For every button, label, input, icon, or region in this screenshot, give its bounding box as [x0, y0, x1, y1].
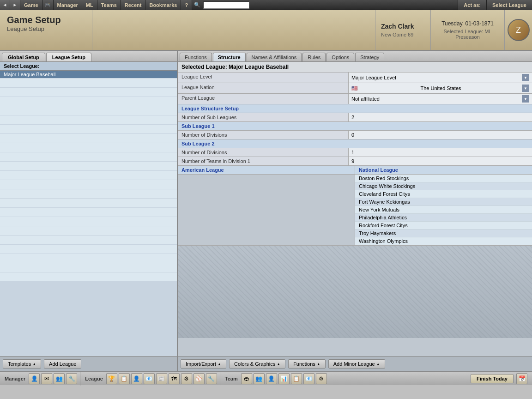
league-nation-value[interactable]: 🇺🇸 The United States ▼ — [349, 83, 532, 93]
app-subtitle: League Setup — [7, 25, 85, 32]
league-icon-4[interactable]: 📧 — [144, 373, 155, 384]
team-item[interactable]: Washington Olympics — [355, 237, 532, 245]
parent-league-arrow-icon[interactable]: ▼ — [522, 95, 529, 103]
league-level-row: League Level Major League Level ▼ — [178, 73, 532, 83]
sub2-teams-row: Number of Teams in Division 1 9 — [178, 157, 532, 166]
teams-menu[interactable]: Teams — [97, 0, 121, 10]
league-nation-row: League Nation 🇺🇸 The United States ▼ — [178, 83, 532, 94]
team-icon-5[interactable]: 📋 — [291, 373, 302, 384]
preseason-label: Preseason — [436, 34, 499, 40]
league-icon-2[interactable]: 📋 — [119, 373, 130, 384]
manager-icon-3[interactable]: 👥 — [54, 373, 65, 384]
league-structure-header: League Structure Setup — [178, 104, 532, 113]
tab-structure[interactable]: Structure — [213, 53, 246, 61]
background-image — [178, 246, 532, 338]
tab-strategy[interactable]: Strategy — [355, 53, 384, 61]
team-item[interactable]: Boston Red Stockings — [355, 175, 532, 182]
tab-names-affiliations[interactable]: Names & Affiliations — [247, 53, 302, 61]
tab-league-setup[interactable]: League Setup — [46, 53, 91, 61]
import-export-button[interactable]: Import/Export ▲ — [181, 359, 226, 369]
finish-today-button[interactable]: Finish Today — [471, 374, 514, 383]
prev-button[interactable]: ◄ — [0, 0, 10, 10]
league-icon-1[interactable]: 🏆 — [106, 373, 117, 384]
select-league-label: Select League: — [0, 62, 177, 71]
bookmarks-menu[interactable]: Bookmarks — [145, 0, 181, 10]
tab-global-setup[interactable]: Global Setup — [2, 53, 45, 61]
tab-rules[interactable]: Rules — [302, 53, 326, 61]
search-input[interactable] — [203, 1, 249, 9]
empty-row — [0, 189, 177, 199]
league-label: League — [83, 376, 105, 381]
empty-row — [0, 152, 177, 162]
functions-arrow-icon: ▲ — [317, 362, 320, 366]
team-item[interactable]: New York Mutuals — [355, 206, 532, 214]
templates-button[interactable]: Templates ▲ — [3, 359, 41, 369]
manager-menu[interactable]: Manager — [54, 0, 82, 10]
team-icon-4[interactable]: 📊 — [278, 373, 290, 384]
tab-functions[interactable]: Functions — [180, 53, 212, 61]
templates-arrow-icon: ▲ — [32, 362, 36, 366]
game-menu[interactable]: Game — [20, 0, 42, 10]
import-export-arrow-icon: ▲ — [218, 362, 221, 366]
empty-row — [0, 180, 177, 189]
parent-league-text: Not affiliated — [351, 96, 380, 102]
sub-leagues-label: Number of Sub Leagues — [178, 113, 349, 121]
league-item-mlb[interactable]: Major League Baseball — [0, 71, 177, 79]
game-name: New Game 69 — [381, 32, 425, 37]
selected-league-header: Selected League: Major League Baseball — [178, 62, 532, 73]
functions-button[interactable]: Functions ▲ — [288, 359, 326, 369]
league-icon-5[interactable]: 📰 — [156, 373, 167, 384]
header-right: Zach Clark New Game 69 Tuesday, 01-03-18… — [375, 10, 532, 50]
team-icon-2[interactable]: 👥 — [254, 373, 265, 384]
league-nation-text: The United States — [420, 85, 461, 91]
manager-icon-4[interactable]: 🔧 — [66, 373, 77, 384]
team-icon-1[interactable]: 🏟 — [241, 373, 252, 384]
team-icon-3[interactable]: 👤 — [266, 373, 277, 384]
finish-calendar-icon[interactable]: 📅 — [516, 373, 527, 384]
empty-row — [0, 272, 177, 282]
league-icon-9[interactable]: 🔧 — [206, 373, 217, 384]
help-button[interactable]: ? — [181, 0, 192, 10]
team-item[interactable]: Chicago White Stockings — [355, 182, 532, 190]
colors-graphics-arrow-icon: ▲ — [277, 362, 280, 366]
manager-icon-2[interactable]: ✉ — [41, 373, 52, 384]
team-label: Team — [223, 376, 240, 381]
team-item[interactable]: Fort Wayne Kekiongas — [355, 198, 532, 206]
league-nation-arrow-icon[interactable]: ▼ — [522, 85, 529, 92]
next-button[interactable]: ► — [10, 0, 20, 10]
empty-row — [0, 208, 177, 217]
team-item[interactable]: Troy Haymakers — [355, 230, 532, 237]
team-item[interactable]: Rockford Forest Citys — [355, 222, 532, 230]
sub-league-1-header: Sub League 1 — [178, 122, 532, 131]
league-icon-7[interactable]: ⚙ — [181, 373, 192, 384]
league-icon-3[interactable]: 👤 — [131, 373, 142, 384]
league-icon-6[interactable]: 🗺 — [169, 373, 180, 384]
team-item[interactable]: Philadelphia Athletics — [355, 214, 532, 222]
select-league-button[interactable]: Select League — [486, 0, 532, 10]
league-nation-dropdown[interactable]: 🇺🇸 The United States ▼ — [351, 85, 529, 92]
league-level-arrow-icon[interactable]: ▼ — [522, 74, 529, 81]
league-name: Selected League: ML — [436, 29, 499, 34]
team-item[interactable]: Cleveland Forest Citys — [355, 190, 532, 198]
league-level-text: Major League Level — [351, 75, 396, 80]
team-icon-7[interactable]: ⚙ — [316, 373, 327, 384]
recent-menu[interactable]: Recent — [121, 0, 146, 10]
team-icon-6[interactable]: 📧 — [303, 373, 314, 384]
league-level-value[interactable]: Major League Level ▼ — [349, 73, 532, 83]
american-league-column: American League — [178, 166, 355, 245]
tab-options[interactable]: Options — [326, 53, 354, 61]
parent-league-dropdown[interactable]: Not affiliated ▼ — [351, 95, 529, 103]
league-icon-8[interactable]: ⚾ — [193, 373, 205, 384]
add-league-button[interactable]: Add League — [44, 359, 81, 369]
parent-league-value[interactable]: Not affiliated ▼ — [349, 94, 532, 104]
league-list: Select League: Major League Baseball — [0, 62, 177, 356]
add-minor-league-button[interactable]: Add Minor League ▲ — [328, 359, 385, 369]
colors-graphics-button[interactable]: Colors & Graphics ▲ — [229, 359, 285, 369]
sub2-divisions-row: Number of Divisions 1 — [178, 148, 532, 157]
sub1-divisions-label: Number of Divisions — [178, 131, 349, 139]
top-navigation: ◄ ► Game 🎮 Manager ML Teams Recent Bookm… — [0, 0, 532, 10]
league-level-dropdown[interactable]: Major League Level ▼ — [351, 74, 529, 81]
right-bottom-buttons: Import/Export ▲ Colors & Graphics ▲ Func… — [178, 356, 532, 371]
manager-icon-1[interactable]: 👤 — [29, 373, 40, 384]
ml-menu[interactable]: ML — [82, 0, 97, 10]
